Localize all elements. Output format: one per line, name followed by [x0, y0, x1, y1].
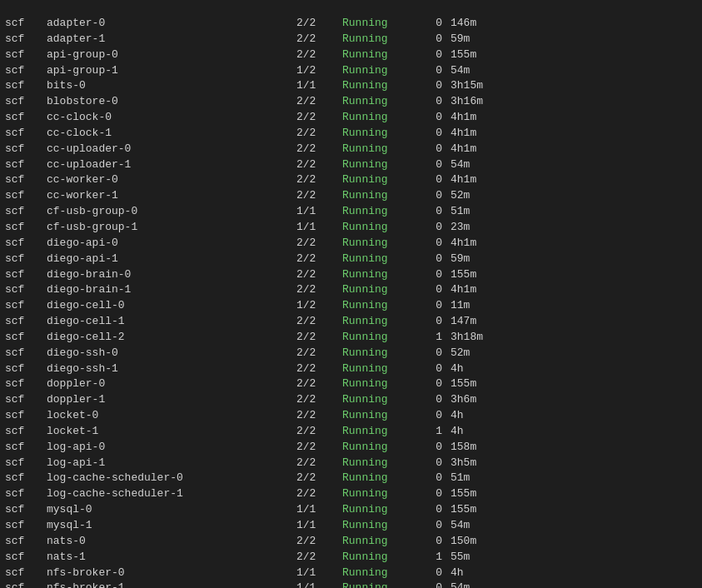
- table-row: scfnfs-broker-11/1Running054m: [5, 581, 697, 588]
- table-row: scfblobstore-02/2Running03h16m: [5, 94, 697, 110]
- col-ready: 2/2: [296, 346, 342, 361]
- terminal-output: scfadapter-02/2Running0146mscfadapter-12…: [0, 0, 702, 588]
- col-restarts: 0: [417, 157, 451, 173]
- table-row: scfmysql-01/1Running0155m: [5, 502, 697, 518]
- col-status: Running: [342, 534, 417, 550]
- col-ready: 2/2: [296, 142, 342, 157]
- col-restarts: 0: [417, 346, 451, 361]
- col-namespace: scf: [5, 566, 47, 581]
- col-age: 3h6m: [451, 392, 476, 408]
- col-status: Running: [342, 346, 417, 361]
- col-ready: 2/2: [296, 282, 342, 298]
- col-ready: 1/1: [296, 78, 342, 94]
- table-row: scfnats-12/2Running155m: [5, 550, 697, 566]
- col-name: cc-uploader-1: [47, 157, 296, 173]
- col-name: diego-cell-0: [47, 298, 296, 314]
- col-name: nats-0: [47, 534, 296, 550]
- col-name: cc-worker-0: [47, 172, 296, 188]
- col-restarts: 1: [417, 424, 451, 440]
- col-restarts: 0: [417, 392, 451, 408]
- col-name: nfs-broker-1: [47, 581, 296, 588]
- col-ready: 2/2: [296, 330, 342, 346]
- col-status: Running: [342, 267, 417, 283]
- col-restarts: 0: [417, 110, 451, 126]
- col-age: 155m: [451, 502, 476, 518]
- col-name: api-group-0: [47, 47, 296, 63]
- table-row: scfadapter-02/2Running0146m: [5, 16, 697, 32]
- col-namespace: scf: [5, 94, 47, 110]
- col-name: doppler-1: [47, 392, 296, 408]
- col-namespace: scf: [5, 346, 47, 361]
- table-row: scfdiego-api-02/2Running04h1m: [5, 236, 697, 252]
- col-restarts: 0: [417, 63, 451, 79]
- col-age: 158m: [451, 440, 476, 456]
- col-status: Running: [342, 408, 417, 424]
- col-restarts: 0: [417, 456, 451, 471]
- col-name: bits-0: [47, 78, 296, 94]
- col-namespace: scf: [5, 172, 47, 188]
- col-ready: 2/2: [296, 126, 342, 142]
- col-ready: 2/2: [296, 236, 342, 252]
- col-age: 52m: [451, 188, 470, 204]
- col-namespace: scf: [5, 502, 47, 518]
- table-row: scfdoppler-02/2Running0155m: [5, 376, 697, 392]
- table-row: scfapi-group-02/2Running0155m: [5, 47, 697, 63]
- col-name: cf-usb-group-0: [47, 204, 296, 220]
- col-age: 51m: [451, 471, 470, 486]
- col-namespace: scf: [5, 188, 47, 204]
- col-restarts: 0: [417, 534, 451, 550]
- col-age: 3h15m: [451, 78, 483, 94]
- col-age: 3h16m: [451, 94, 483, 110]
- table-row: scfdiego-cell-01/2Running011m: [5, 298, 697, 314]
- col-ready: 2/2: [296, 94, 342, 110]
- col-name: cc-worker-1: [47, 188, 296, 204]
- table-row: scfdiego-ssh-02/2Running052m: [5, 346, 697, 361]
- col-status: Running: [342, 142, 417, 157]
- col-namespace: scf: [5, 376, 47, 392]
- col-namespace: scf: [5, 282, 47, 298]
- col-name: locket-1: [47, 424, 296, 440]
- col-age: 4h: [451, 566, 464, 581]
- table-row: scflog-api-02/2Running0158m: [5, 440, 697, 456]
- table-row: scfadapter-12/2Running059m: [5, 32, 697, 47]
- col-name: log-cache-scheduler-1: [47, 486, 296, 502]
- col-age: 23m: [451, 220, 470, 236]
- col-restarts: 0: [417, 502, 451, 518]
- col-namespace: scf: [5, 32, 47, 47]
- col-restarts: 0: [417, 566, 451, 581]
- col-namespace: scf: [5, 456, 47, 471]
- col-restarts: 0: [417, 471, 451, 486]
- col-ready: 1/1: [296, 581, 342, 588]
- col-age: 4h1m: [451, 126, 476, 142]
- col-restarts: 0: [417, 47, 451, 63]
- col-restarts: 0: [417, 440, 451, 456]
- table-row: scfdiego-api-12/2Running059m: [5, 252, 697, 267]
- col-restarts: 0: [417, 581, 451, 588]
- col-name: mysql-0: [47, 502, 296, 518]
- col-namespace: scf: [5, 110, 47, 126]
- col-namespace: scf: [5, 471, 47, 486]
- col-restarts: 0: [417, 220, 451, 236]
- col-age: 59m: [451, 32, 470, 47]
- col-age: 3h5m: [451, 456, 476, 471]
- col-restarts: 0: [417, 172, 451, 188]
- col-status: Running: [342, 424, 417, 440]
- col-ready: 1/2: [296, 63, 342, 79]
- col-ready: 2/2: [296, 408, 342, 424]
- col-ready: 1/2: [296, 298, 342, 314]
- col-name: diego-cell-2: [47, 330, 296, 346]
- col-restarts: 0: [417, 298, 451, 314]
- col-name: diego-brain-0: [47, 267, 296, 283]
- col-ready: 2/2: [296, 157, 342, 173]
- col-namespace: scf: [5, 518, 47, 534]
- table-row: scfcc-clock-02/2Running04h1m: [5, 110, 697, 126]
- col-ready: 2/2: [296, 172, 342, 188]
- col-restarts: 0: [417, 518, 451, 534]
- col-restarts: 0: [417, 408, 451, 424]
- col-namespace: scf: [5, 550, 47, 566]
- col-ready: 1/1: [296, 204, 342, 220]
- col-status: Running: [342, 440, 417, 456]
- col-age: 4h: [451, 424, 464, 440]
- col-age: 147m: [451, 314, 476, 330]
- col-ready: 2/2: [296, 376, 342, 392]
